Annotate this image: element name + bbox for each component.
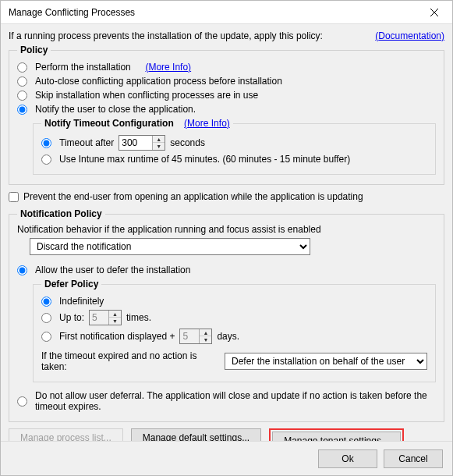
chevron-up-icon[interactable]: ▲: [200, 329, 211, 336]
radio-timeout-after-input[interactable]: [41, 138, 51, 148]
upto-spinner[interactable]: ▲ ▼: [89, 310, 122, 325]
first-value-input[interactable]: [180, 329, 199, 343]
no-defer-label: Do not allow user deferral. The applicat…: [35, 390, 436, 412]
intro-text: If a running process prevents the instal…: [9, 30, 323, 41]
indef-label: Indefinitely: [59, 296, 104, 307]
fallback-label: If the timeout expired and no action is …: [41, 350, 220, 372]
notify-timeout-legend-text: Notify Timeout Configuration: [44, 118, 174, 129]
radio-allow-defer[interactable]: Allow the user to defer the installation: [17, 265, 436, 275]
cancel-button[interactable]: Cancel: [384, 449, 443, 468]
dialog-window: Manage Conflicting Processes If a runnin…: [0, 0, 453, 476]
radio-skip-label: Skip installation when conflicting proce…: [35, 90, 258, 101]
radio-timeout-after[interactable]: Timeout after ▲ ▼ seconds: [41, 135, 427, 151]
radio-skip[interactable]: Skip installation when conflicting proce…: [17, 90, 436, 101]
prevent-checkbox-label: Prevent the end-user from opening an app…: [23, 191, 363, 202]
titlebar: Manage Conflicting Processes: [1, 1, 452, 24]
radio-upto[interactable]: Up to: ▲ ▼ times.: [41, 310, 427, 325]
prevent-checkbox[interactable]: [9, 192, 19, 202]
timeout-spinner[interactable]: ▲ ▼: [119, 135, 165, 151]
fallback-select[interactable]: Defer the installation on behalf of the …: [225, 353, 427, 370]
upto-spin-buttons[interactable]: ▲ ▼: [108, 311, 121, 325]
close-button[interactable]: [416, 1, 452, 24]
timeout-after-label: Timeout after: [59, 137, 114, 148]
radio-autoclose-label: Auto-close conflicting application proce…: [35, 76, 282, 87]
upto-label: Up to:: [59, 312, 84, 323]
radio-no-defer[interactable]: Do not allow user deferral. The applicat…: [17, 390, 436, 412]
radio-intune[interactable]: Use Intune max runtime of 45 minutes. (6…: [41, 154, 427, 165]
behavior-label: Notification behavior if the application…: [17, 224, 436, 235]
intune-label: Use Intune max runtime of 45 minutes. (6…: [59, 154, 350, 165]
content-area: If a running process prevents the instal…: [1, 24, 452, 441]
chevron-up-icon[interactable]: ▲: [153, 136, 165, 143]
defer-policy-legend: Defer Policy: [41, 279, 101, 290]
radio-first-input[interactable]: [41, 332, 51, 342]
radio-perform-install[interactable]: Perform the installation More Info: [17, 62, 436, 73]
policy-group: Policy Perform the installation More Inf…: [9, 44, 444, 185]
dialog-footer: Ok Cancel: [1, 441, 452, 475]
perform-more-info-link[interactable]: More Info: [145, 62, 191, 73]
defer-policy-group: Defer Policy Indefinitely Up to: ▲ ▼: [33, 279, 436, 382]
radio-indef[interactable]: Indefinitely: [41, 296, 427, 307]
radio-first[interactable]: First notification displayed + ▲ ▼ days.: [41, 329, 427, 344]
chevron-up-icon[interactable]: ▲: [109, 311, 121, 318]
radio-allow-defer-input[interactable]: [17, 265, 27, 275]
policy-legend: Policy: [17, 44, 51, 55]
upto-unit: times.: [126, 312, 151, 323]
radio-perform-input[interactable]: [17, 62, 27, 73]
chevron-down-icon[interactable]: ▼: [153, 143, 165, 150]
notify-timeout-legend: Notify Timeout Configuration More Info: [41, 118, 233, 129]
chevron-down-icon[interactable]: ▼: [200, 336, 211, 343]
radio-notify-label: Notify the user to close the application…: [35, 104, 196, 115]
manage-process-list-button[interactable]: Manage process list...: [9, 428, 123, 441]
first-spin-buttons[interactable]: ▲ ▼: [199, 329, 211, 343]
first-spinner[interactable]: ▲ ▼: [179, 329, 212, 344]
manage-button-row: Manage process list... Manage default se…: [9, 428, 444, 441]
notify-timeout-more-info-link[interactable]: More Info: [184, 118, 230, 129]
chevron-down-icon[interactable]: ▼: [109, 318, 121, 325]
radio-perform-label: Perform the installation: [35, 62, 131, 73]
close-icon: [430, 9, 438, 16]
first-unit: days.: [217, 331, 239, 342]
first-label: First notification displayed +: [59, 331, 175, 342]
radio-upto-input[interactable]: [41, 313, 51, 323]
notify-timeout-group: Notify Timeout Configuration More Info T…: [33, 118, 436, 175]
behavior-select[interactable]: Discard the notification: [30, 238, 310, 255]
radio-indef-input[interactable]: [41, 297, 51, 307]
radio-no-defer-input[interactable]: [17, 396, 27, 407]
tenant-highlight: Manage tenant settings...: [269, 428, 404, 441]
manage-tenant-settings-button[interactable]: Manage tenant settings...: [272, 432, 401, 441]
notification-policy-group: Notification Policy Notification behavio…: [9, 208, 444, 422]
timeout-value-input[interactable]: [119, 136, 152, 150]
radio-notify-input[interactable]: [17, 105, 27, 115]
prevent-checkbox-row[interactable]: Prevent the end-user from opening an app…: [9, 191, 444, 202]
radio-intune-input[interactable]: [41, 155, 51, 165]
upto-value-input[interactable]: [90, 311, 108, 325]
manage-default-settings-button[interactable]: Manage default settings...: [131, 428, 261, 441]
allow-defer-label: Allow the user to defer the installation: [35, 265, 190, 275]
notification-policy-legend: Notification Policy: [17, 208, 105, 219]
ok-button[interactable]: Ok: [318, 449, 377, 468]
timeout-spin-buttons[interactable]: ▲ ▼: [152, 136, 165, 150]
timeout-unit: seconds: [170, 137, 205, 148]
radio-skip-input[interactable]: [17, 91, 27, 101]
window-title: Manage Conflicting Processes: [9, 7, 135, 18]
radio-notify[interactable]: Notify the user to close the application…: [17, 104, 436, 115]
radio-autoclose-input[interactable]: [17, 76, 27, 87]
documentation-link[interactable]: Documentation: [375, 30, 444, 41]
radio-autoclose[interactable]: Auto-close conflicting application proce…: [17, 76, 436, 87]
